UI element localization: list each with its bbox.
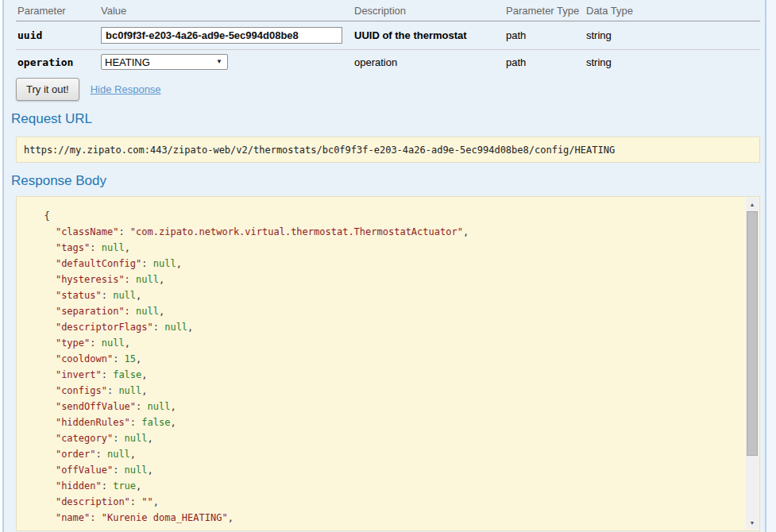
param-data-type: string: [585, 50, 760, 75]
scroll-down-icon: ▼: [750, 520, 755, 526]
param-description: operation: [353, 50, 504, 75]
uuid-input[interactable]: [101, 27, 342, 44]
scroll-down-button[interactable]: ▼: [746, 517, 759, 529]
hide-response-link[interactable]: Hide Response: [91, 83, 161, 95]
col-header-data-type: Data Type: [585, 2, 760, 21]
request-url-box: https://my.zipato.com:443/zipato-web/v2/…: [16, 137, 760, 163]
response-body-heading: Response Body: [11, 173, 765, 189]
scroll-up-button[interactable]: ▲: [746, 199, 759, 210]
parameters-header-row: Parameter Value Description Parameter Ty…: [16, 2, 760, 21]
col-header-description: Description: [353, 2, 504, 21]
parameters-table: Parameter Value Description Parameter Ty…: [16, 2, 760, 75]
scroll-up-icon: ▲: [750, 202, 755, 207]
actions-bar: Try it out! Hide Response: [16, 78, 765, 101]
operation-select[interactable]: HEATING ▼: [101, 54, 228, 70]
param-name: uuid: [16, 21, 99, 50]
response-body-box: { "className": "com.zipato.network.virtu…: [16, 196, 760, 531]
param-data-type: string: [585, 21, 760, 50]
col-header-parameter: Parameter: [16, 2, 99, 21]
param-description: UUID of the thermostat: [353, 21, 504, 50]
param-type: path: [504, 50, 585, 75]
operation-select-value: HEATING: [105, 56, 150, 68]
chevron-down-icon: ▼: [216, 59, 222, 65]
param-row-uuid: uuid UUID of the thermostat path string: [16, 21, 760, 50]
operation-content-panel: Parameter Value Description Parameter Ty…: [2, 0, 766, 532]
param-row-operation: operation HEATING ▼ operation path strin…: [16, 50, 760, 75]
col-header-value: Value: [99, 2, 353, 21]
scrollbar-thumb[interactable]: [747, 211, 758, 456]
request-url-heading: Request URL: [11, 111, 765, 127]
param-name: operation: [16, 50, 99, 75]
col-header-parameter-type: Parameter Type: [504, 2, 585, 21]
try-it-out-button[interactable]: Try it out!: [16, 78, 79, 101]
param-type: path: [504, 21, 585, 50]
response-scrollbar[interactable]: ▲ ▼: [746, 198, 759, 530]
request-url-text: https://my.zipato.com:443/zipato-web/v2/…: [24, 145, 615, 156]
page: Parameter Value Description Parameter Ty…: [0, 0, 776, 532]
page-gutter: [766, 0, 776, 532]
response-json: { "className": "com.zipato.network.virtu…: [17, 197, 759, 526]
